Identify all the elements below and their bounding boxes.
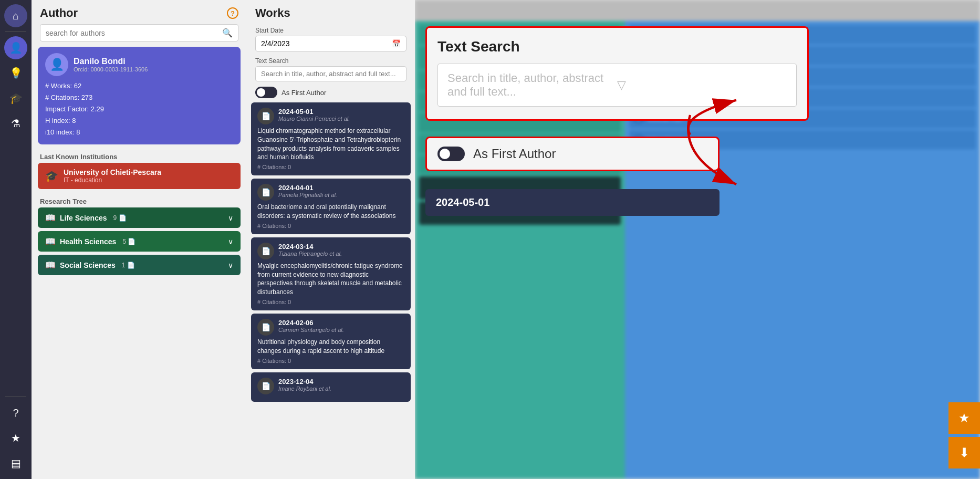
tree-item-social-count: 1 📄 bbox=[122, 262, 135, 269]
text-search-overlay-title: Text Search bbox=[437, 38, 797, 55]
work-item-1-meta: 2024-04-01 Pamela Pignatelli et al. bbox=[278, 184, 337, 198]
author-panel-title: Author bbox=[40, 6, 78, 20]
author-avatar: 👤 bbox=[45, 53, 68, 76]
nav-graduation[interactable]: 🎓 bbox=[4, 87, 27, 110]
tree-item-health-icon: 📖 bbox=[45, 236, 56, 246]
nav-divider-2 bbox=[5, 397, 26, 397]
tree-item-social-chevron: ∨ bbox=[228, 261, 233, 269]
work-item-1-title: Oral bacteriome and oral potentially mal… bbox=[257, 203, 404, 221]
work-item-4-meta: 2023-12-04 Imane Roybani et al. bbox=[278, 378, 331, 392]
nav-user[interactable]: 👤 bbox=[4, 36, 27, 59]
work-item-2-date: 2024-03-14 bbox=[278, 243, 342, 251]
author-info-icon[interactable]: ? bbox=[227, 7, 238, 19]
institution-icon: 🎓 bbox=[45, 170, 58, 182]
first-author-overlay-label: As First Author bbox=[473, 147, 556, 161]
work-item-3-top: 📄 2024-02-06 Carmen Santangelo et al. bbox=[257, 319, 404, 336]
work-item-4-date: 2023-12-04 bbox=[278, 378, 331, 386]
author-impact: Impact Factor: 2.29 bbox=[45, 103, 233, 115]
tree-item-health-chevron: ∨ bbox=[228, 237, 233, 246]
work-item-2[interactable]: 📄 2024-03-14 Tiziana Pietrangelo et al. … bbox=[251, 237, 411, 310]
research-tree: 📖 Life Sciences 9 📄 ∨ 📖 Health Sciences … bbox=[38, 207, 241, 278]
author-stats: # Works: 62 # Citations: 273 Impact Fact… bbox=[45, 80, 233, 138]
tree-item-life-count: 9 📄 bbox=[113, 214, 127, 222]
work-item-2-authors: Tiziana Pietrangelo et al. bbox=[278, 251, 342, 257]
work-doc-icon-3: 📄 bbox=[257, 319, 274, 336]
work-item-1-authors: Pamela Pignatelli et al. bbox=[278, 192, 337, 198]
work-item-3-date: 2024-02-06 bbox=[278, 319, 344, 327]
nav-bulb[interactable]: 💡 bbox=[4, 61, 27, 85]
nav-help[interactable]: ? bbox=[4, 401, 27, 424]
tree-item-life[interactable]: 📖 Life Sciences 9 📄 ∨ bbox=[38, 207, 241, 228]
filter-icon[interactable]: ▽ bbox=[617, 78, 787, 92]
work-item-4[interactable]: 📄 2023-12-04 Imane Roybani et al. bbox=[251, 372, 411, 402]
date-result-text: 2024-05-01 bbox=[436, 196, 709, 209]
work-item-2-title: Myalgic encephalomyelitis/chronic fatigu… bbox=[257, 262, 404, 297]
work-item-1-date: 2024-04-01 bbox=[278, 184, 337, 192]
author-name: Danilo Bondi bbox=[74, 57, 148, 66]
tree-item-social-header[interactable]: 📖 Social Sciences 1 📄 ∨ bbox=[38, 255, 241, 275]
work-item-3-authors: Carmen Santangelo et al. bbox=[278, 327, 344, 333]
work-item-1[interactable]: 📄 2024-04-01 Pamela Pignatelli et al. Or… bbox=[251, 179, 411, 234]
work-doc-icon-2: 📄 bbox=[257, 243, 274, 259]
tree-item-social-icon: 📖 bbox=[45, 260, 56, 270]
work-item-0-meta: 2024-05-01 Mauro Gianni Perrucci et al. bbox=[278, 108, 350, 122]
work-item-0-top: 📄 2024-05-01 Mauro Gianni Perrucci et al… bbox=[257, 108, 404, 124]
right-area: 2Electro... 2Partide... 2Pepsin 2Quercet… bbox=[415, 0, 980, 479]
work-list: 📄 2024-05-01 Mauro Gianni Perrucci et al… bbox=[247, 102, 415, 479]
tree-item-social[interactable]: 📖 Social Sciences 1 📄 ∨ bbox=[38, 255, 241, 275]
works-panel: Works Start Date 2/4/2023 📅 Text Search … bbox=[247, 0, 415, 479]
author-hindex: H index: 8 bbox=[45, 115, 233, 127]
first-author-toggle[interactable] bbox=[255, 87, 277, 98]
author-search-icon[interactable]: 🔍 bbox=[222, 28, 233, 38]
work-item-2-meta: 2024-03-14 Tiziana Pietrangelo et al. bbox=[278, 243, 342, 257]
author-search-input[interactable] bbox=[46, 29, 222, 37]
fab-star-button[interactable]: ★ bbox=[948, 402, 980, 434]
tree-item-health-left: 📖 Health Sciences 5 📄 bbox=[45, 236, 135, 246]
institution-info: University of Chieti-Pescara IT - educat… bbox=[64, 168, 161, 184]
tree-item-health[interactable]: 📖 Health Sciences 5 📄 ∨ bbox=[38, 231, 241, 252]
nav-sidebar: ⌂ 👤 💡 🎓 ⚗ ? ★ ▤ bbox=[0, 0, 32, 479]
date-result-overlay: 2024-05-01 bbox=[425, 189, 720, 216]
work-item-0[interactable]: 📄 2024-05-01 Mauro Gianni Perrucci et al… bbox=[251, 102, 411, 175]
author-panel-header: Author ? bbox=[32, 0, 247, 24]
text-search-overlay-placeholder: Search in title, author, abstract and fu… bbox=[447, 71, 617, 99]
tree-item-life-title: Life Sciences bbox=[60, 214, 107, 222]
works-text-search-input[interactable] bbox=[255, 66, 406, 81]
works-date-label: Start Date bbox=[255, 27, 284, 34]
work-doc-icon-4: 📄 bbox=[257, 378, 274, 394]
first-author-overlay-toggle[interactable] bbox=[437, 147, 465, 161]
works-text-search-label: Text Search bbox=[255, 57, 288, 65]
tree-item-health-title: Health Sciences bbox=[60, 237, 116, 246]
tree-item-life-header[interactable]: 📖 Life Sciences 9 📄 ∨ bbox=[38, 207, 241, 228]
calendar-icon[interactable]: 📅 bbox=[392, 39, 401, 48]
nav-flask[interactable]: ⚗ bbox=[4, 112, 27, 135]
author-i10index: i10 index: 8 bbox=[45, 127, 233, 138]
author-works: # Works: 62 bbox=[45, 80, 233, 92]
institution-name: University of Chieti-Pescara bbox=[64, 168, 161, 176]
tree-item-health-header[interactable]: 📖 Health Sciences 5 📄 ∨ bbox=[38, 231, 241, 252]
work-doc-icon-1: 📄 bbox=[257, 184, 274, 201]
text-search-overlay-input[interactable]: Search in title, author, abstract and fu… bbox=[437, 64, 797, 107]
works-date-input[interactable]: 2/4/2023 📅 bbox=[255, 36, 406, 51]
fab-download-button[interactable]: ⬇ bbox=[948, 437, 980, 468]
work-item-0-title: Liquid chromatographic method for extrac… bbox=[257, 127, 404, 162]
first-author-overlay: As First Author bbox=[425, 137, 720, 171]
tree-item-life-chevron: ∨ bbox=[228, 214, 233, 222]
toggle-row: As First Author bbox=[247, 85, 415, 102]
work-item-4-top: 📄 2023-12-04 Imane Roybani et al. bbox=[257, 378, 404, 394]
author-search-container: 🔍 bbox=[40, 24, 238, 41]
work-item-1-citations: # Citations: 0 bbox=[257, 223, 404, 229]
tree-item-life-left: 📖 Life Sciences 9 📄 bbox=[45, 213, 127, 223]
author-info: Danilo Bondi Orcid: 0000-0003-1911-3606 bbox=[74, 57, 148, 72]
work-item-0-authors: Mauro Gianni Perrucci et al. bbox=[278, 116, 350, 122]
tree-item-life-icon: 📖 bbox=[45, 213, 56, 223]
work-doc-icon-0: 📄 bbox=[257, 108, 274, 124]
institution-card[interactable]: 🎓 University of Chieti-Pescara IT - educ… bbox=[38, 163, 241, 189]
work-item-3[interactable]: 📄 2024-02-06 Carmen Santangelo et al. Nu… bbox=[251, 314, 411, 369]
nav-home[interactable]: ⌂ bbox=[4, 4, 27, 27]
nav-bookmark[interactable]: ▤ bbox=[4, 452, 27, 475]
nav-star[interactable]: ★ bbox=[4, 426, 27, 450]
works-date-value: 2/4/2023 bbox=[261, 39, 290, 48]
author-panel: Author ? 🔍 👤 Danilo Bondi Orcid: 0000-00… bbox=[32, 0, 247, 479]
tree-item-social-title: Social Sciences bbox=[60, 261, 116, 269]
